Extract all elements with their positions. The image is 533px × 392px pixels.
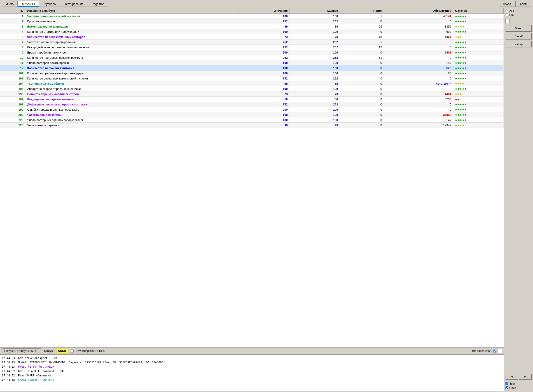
cell-id: 4	[0, 29, 25, 34]
table-row[interactable]: 200Частота ошибок записи100100036880●●●●…	[0, 112, 504, 117]
get-smart-btn[interactable]: Получить атрибуты SMART	[2, 348, 41, 353]
table-row[interactable]: 191Количество срабатываний датчика удара…	[0, 71, 504, 76]
sleep-btn[interactable]: Sleep	[505, 25, 532, 32]
cell-status: ●●●●●	[453, 45, 504, 50]
btn-testing[interactable]: Тестирование	[61, 1, 87, 7]
table-row[interactable]: 3Время раскрутки шпинделя8989253396●●●●	[0, 24, 504, 29]
passp-btn[interactable]: Passp	[505, 41, 532, 47]
ibm-checkbox[interactable]	[493, 350, 496, 352]
pio-radio-label[interactable]: PIO	[505, 13, 532, 16]
api-radio-label[interactable]: API	[505, 9, 532, 13]
recall-btn[interactable]: Recall	[505, 33, 532, 40]
log-line: 17:44:23Get drive passport... OK	[2, 356, 502, 360]
col-header-raw: Абсолютное	[384, 8, 453, 14]
col-header-worst: Худшее	[290, 8, 340, 14]
cell-name: Производительность	[25, 19, 239, 24]
cell-threshold: 15	[340, 45, 384, 50]
log-area: 17:44:23Get drive passport... OK17:44:23…	[0, 355, 504, 391]
table-row[interactable]: 194Температура гермоблока5858042°C/107°F…	[0, 81, 504, 86]
sound-check-label[interactable]: Звук	[505, 382, 532, 385]
api-radio[interactable]	[505, 9, 508, 12]
col-header-value: Значение	[239, 8, 290, 14]
cell-name: Количество включений питания	[25, 65, 239, 71]
log-wrapper: 17:44:23Get drive passport... OK17:44:23…	[0, 354, 504, 391]
table-row[interactable]: 8Быстродействие системы позиционирования…	[0, 45, 504, 50]
cell-id: 199	[0, 107, 25, 112]
cell-value: 100	[239, 50, 290, 55]
cell-value: 100	[239, 112, 290, 117]
log-message: База SMART обновлена.	[18, 373, 52, 378]
btn-stop[interactable]: Стоп	[515, 1, 531, 7]
cell-worst: 100	[290, 29, 340, 34]
log-message: Press F1 to About/HELP	[18, 365, 54, 369]
cell-id: 9	[0, 50, 25, 55]
cell-threshold: 0	[340, 117, 384, 123]
cell-name: Частота ошибок позиционирования	[25, 40, 239, 45]
cell-status: ●●●●●	[453, 60, 504, 65]
cell-worst: 252	[290, 45, 340, 50]
table-row[interactable]: 12Количество включений питания1001000629…	[0, 65, 504, 71]
btn-info[interactable]: Инфо	[2, 1, 18, 7]
table-row[interactable]: 1Частота проявления ошибок чтения1001005…	[0, 14, 504, 19]
cell-raw: 65	[384, 71, 453, 76]
btn-pause[interactable]: Пауза	[499, 1, 515, 7]
cell-id: 195	[0, 86, 25, 91]
nav-prev-btn[interactable]: ◄	[505, 374, 518, 380]
toolbar: Инфо S.M.A.R.T Журналы Тестирование Реда…	[0, 0, 533, 8]
btn-smart[interactable]: S.M.A.R.T	[18, 1, 39, 7]
cell-raw: 629	[384, 65, 453, 71]
cell-id: 8	[0, 45, 25, 50]
cell-worst: 100	[290, 14, 340, 19]
cell-name: Количество стартов или пробуждений	[25, 29, 239, 34]
cell-name: Число циклов парковки	[25, 123, 239, 128]
table-row[interactable]: 5Количество переназначенных секторов7373…	[0, 34, 504, 40]
table-row[interactable]: 2Производительность25225200●●●●●	[0, 19, 504, 24]
table-row[interactable]: 195Аппаратно скорректированные ошибки100…	[0, 86, 504, 91]
cell-worst: 100	[290, 71, 340, 76]
log-line: 17:44:52Get S.M.A.R.T. command... OK	[2, 369, 502, 373]
table-row[interactable]: 223Число повторных попыток запарковаться…	[0, 117, 504, 123]
pio-radio[interactable]	[505, 13, 508, 16]
table-row[interactable]: 4Количество стартов или пробуждений10010…	[0, 29, 504, 34]
col-header-name: Название атрибута	[25, 8, 239, 14]
table-row[interactable]: 7Частота ошибок позиционирования25225251…	[0, 40, 504, 45]
cell-id: 198	[0, 102, 25, 107]
btn-editor[interactable]: Редактор	[88, 1, 108, 7]
cell-name: Время наработки накопителя	[25, 50, 239, 55]
cell-worst: 100	[290, 117, 340, 123]
cell-threshold: 51	[340, 40, 384, 45]
hints-check-label[interactable]: Hints	[505, 386, 532, 390]
sound-checkbox[interactable]	[505, 382, 508, 385]
table-row[interactable]: 196Попыток переназначений секторов737304…	[0, 91, 504, 97]
cell-id: 192	[0, 76, 25, 81]
cell-threshold: 0	[340, 50, 384, 55]
cell-value: 100	[239, 65, 290, 71]
table-row[interactable]: 11Число повторов рекалибровки1001000147●…	[0, 60, 504, 65]
cell-id: 5	[0, 34, 25, 40]
cell-value: 100	[239, 117, 290, 123]
table-row[interactable]: 225Число циклов парковки9999019947●●●●	[0, 123, 504, 128]
cell-threshold: 0	[340, 60, 384, 65]
cell-threshold: 0	[340, 19, 384, 24]
nav-next-btn[interactable]: ►	[519, 374, 532, 380]
cell-threshold: 51	[340, 14, 384, 19]
cell-worst: 73	[290, 91, 340, 97]
table-row[interactable]: 10Количество повторных попыток раскрутки…	[0, 55, 504, 60]
table-row[interactable]: 192Количество внезапных выключений питан…	[0, 76, 504, 81]
cell-threshold: 0	[340, 102, 384, 107]
hints-checkbox[interactable]	[505, 386, 508, 389]
cell-name: Температура гермоблока	[25, 81, 239, 86]
cell-threshold: 10	[340, 34, 384, 40]
cell-status: ●●●●●	[453, 19, 504, 24]
cell-value: 200	[239, 107, 290, 112]
table-row[interactable]: 197Кандидатов на переназначение505008250…	[0, 97, 504, 102]
btn-journals[interactable]: Журналы	[40, 1, 60, 7]
cell-status: ●●●●●	[453, 102, 504, 107]
cell-id: 223	[0, 117, 25, 123]
cell-status: ●●●●●	[453, 86, 504, 91]
table-row[interactable]: 199Ошибки передачи данных через DMA20020…	[0, 107, 504, 112]
table-row[interactable]: 198Дефектные секторы во время самотеста2…	[0, 102, 504, 107]
raw-hex-checkbox[interactable]	[71, 350, 74, 352]
log-message: Model: ST1000LM024 HN-M101MBB; Capacity:…	[18, 360, 165, 365]
table-row[interactable]: 9Время наработки накопителя10010002402●●…	[0, 50, 504, 55]
